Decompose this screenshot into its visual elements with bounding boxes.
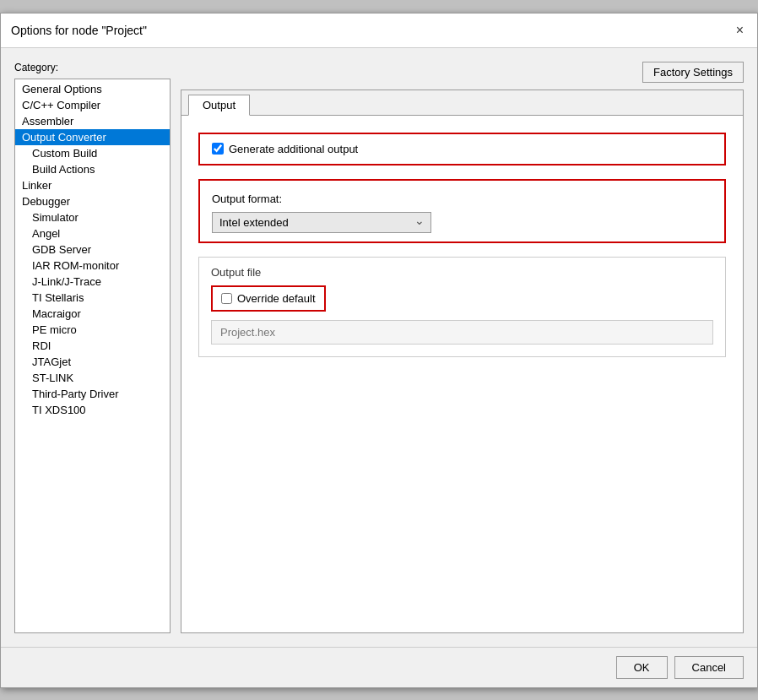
sidebar-item-output-converter[interactable]: Output Converter [15,129,170,145]
sidebar-item-ti-xds100[interactable]: TI XDS100 [15,402,170,418]
output-file-group: Output file Override default [198,257,726,357]
ok-button[interactable]: OK [616,656,668,679]
sidebar-item-angel[interactable]: Angel [15,225,170,241]
dialog-body: Category: General OptionsC/C++ CompilerA… [1,48,757,647]
dialog: Options for node "Project" × Category: G… [0,13,758,688]
output-format-select-wrapper: Intel extendedIntel standardMotorolaRaw … [212,212,431,233]
sidebar-item-linker[interactable]: Linker [15,177,170,193]
override-default-checkbox[interactable] [221,293,232,304]
output-format-select[interactable]: Intel extendedIntel standardMotorolaRaw … [212,212,431,233]
override-default-label: Override default [237,292,316,305]
output-format-label: Output format: [212,193,712,205]
generate-output-checkbox[interactable] [212,143,224,155]
sidebar-item-gdb-server[interactable]: GDB Server [15,241,170,258]
dialog-footer: OK Cancel [1,647,757,687]
sidebar-item-third-party-driver[interactable]: Third-Party Driver [15,386,170,402]
sidebar-item-custom-build[interactable]: Custom Build [15,145,170,161]
sidebar-item-simulator[interactable]: Simulator [15,209,170,225]
hex-filename-input[interactable] [211,320,713,345]
tab-bar: Output [181,90,743,116]
content-area: Factory Settings Output Generate additio… [181,62,744,633]
title-bar: Options for node "Project" × [1,14,757,48]
cancel-button[interactable]: Cancel [674,656,744,679]
factory-settings-button[interactable]: Factory Settings [642,62,744,83]
tab-output[interactable]: Output [188,95,250,116]
close-button[interactable]: × [733,22,747,39]
output-file-legend: Output file [211,266,713,279]
tab-panel: Output Generate additional output Output… [181,90,744,633]
sidebar-item-jlink-jtrace[interactable]: J-Link/J-Trace [15,274,170,290]
sidebar-item-pe-micro[interactable]: PE micro [15,322,170,338]
sidebar-item-assembler[interactable]: Assembler [15,113,170,129]
sidebar-item-general-options[interactable]: General Options [15,81,170,97]
sidebar-item-cpp-compiler[interactable]: C/C++ Compiler [15,97,170,113]
generate-output-label: Generate additional output [229,143,358,155]
tab-content: Generate additional output Output format… [181,116,743,632]
sidebar-list: General OptionsC/C++ CompilerAssemblerOu… [14,79,171,633]
override-row: Override default [211,285,326,312]
generate-output-row: Generate additional output [212,143,712,155]
factory-btn-row: Factory Settings [181,62,744,83]
sidebar-item-build-actions[interactable]: Build Actions [15,161,170,177]
sidebar-item-ti-stellaris[interactable]: TI Stellaris [15,290,170,306]
sidebar-item-jtagjet[interactable]: JTAGjet [15,354,170,370]
sidebar-label: Category: [14,62,171,73]
output-format-group: Output format: Intel extendedIntel stand… [198,179,726,243]
sidebar-item-iar-rom-monitor[interactable]: IAR ROM-monitor [15,258,170,274]
sidebar-item-macraigor[interactable]: Macraigor [15,306,170,322]
dialog-title: Options for node "Project" [11,24,147,37]
sidebar: Category: General OptionsC/C++ CompilerA… [14,62,171,633]
sidebar-item-debugger[interactable]: Debugger [15,193,170,209]
sidebar-item-rdi[interactable]: RDI [15,338,170,354]
generate-output-group: Generate additional output [198,133,726,166]
sidebar-item-st-link[interactable]: ST-LINK [15,370,170,386]
